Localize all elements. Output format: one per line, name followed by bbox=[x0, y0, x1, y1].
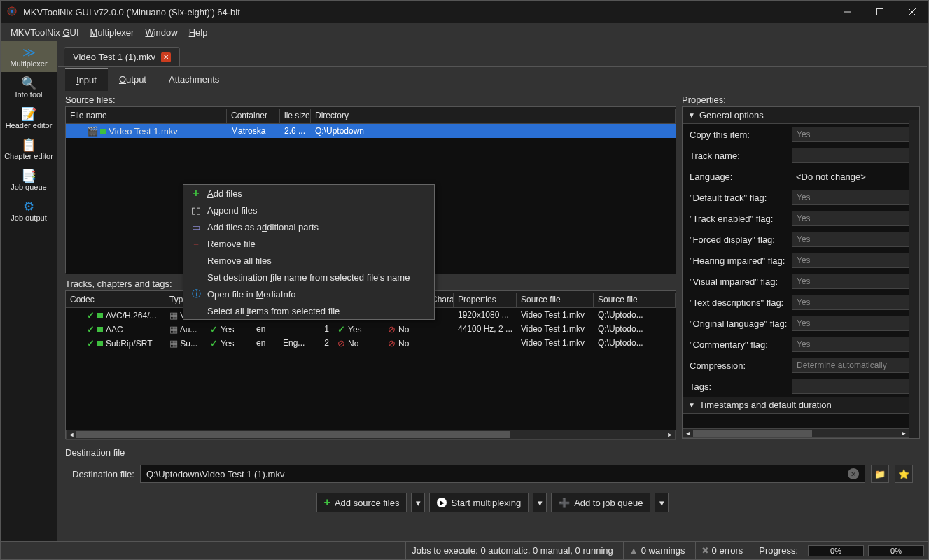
plus-icon: + bbox=[324, 496, 330, 509]
ctx-set-destination-name[interactable]: Set destination file name from selected … bbox=[183, 269, 434, 286]
scroll-left-icon[interactable]: ◄ bbox=[683, 429, 693, 438]
plus-icon: + bbox=[190, 187, 202, 200]
start-mux-dropdown[interactable]: ▾ bbox=[533, 493, 547, 512]
tab-label: Video Test 1 (1).mkv bbox=[73, 52, 155, 62]
property-label: "Hearing impaired" flag: bbox=[690, 255, 788, 266]
ctx-add-additional-parts[interactable]: ▭Add files as additional parts bbox=[183, 218, 434, 235]
col-filename[interactable]: File name bbox=[66, 108, 227, 122]
status-indicator bbox=[97, 327, 103, 332]
property-value-input[interactable] bbox=[792, 190, 912, 205]
property-value-input[interactable] bbox=[792, 127, 912, 142]
side-job-output[interactable]: ⚙ Job output bbox=[1, 195, 57, 226]
menu-help[interactable]: Help bbox=[185, 26, 212, 39]
ctx-select-all-items[interactable]: Select all items from selected file bbox=[183, 302, 434, 319]
tab-close-icon[interactable]: ✕ bbox=[161, 52, 171, 62]
info-icon: ⓘ bbox=[190, 288, 202, 300]
add-source-dropdown[interactable]: ▾ bbox=[411, 493, 425, 512]
maximize-button[interactable] bbox=[864, 1, 896, 23]
source-file-row[interactable]: 🎬 Video Test 1.mkv Matroska 2.6 ... Q:\U… bbox=[66, 124, 676, 138]
browse-destination-button[interactable]: 📁 bbox=[871, 465, 889, 483]
status-progress-label: Progress: bbox=[753, 542, 804, 559]
minimize-button[interactable] bbox=[832, 1, 864, 23]
recent-destination-button[interactable]: ⭐ bbox=[895, 465, 913, 483]
clear-path-button[interactable]: ✕ bbox=[848, 468, 859, 479]
property-row: "Visual impaired" flag: bbox=[683, 271, 919, 292]
scroll-right-icon[interactable]: ► bbox=[899, 429, 909, 438]
minus-icon: − bbox=[190, 239, 202, 249]
side-header-editor[interactable]: 📝 Header editor bbox=[1, 103, 57, 134]
col-directory[interactable]: Directory bbox=[311, 108, 676, 122]
col-srcfile[interactable]: Source file bbox=[517, 293, 594, 307]
ctx-append-files[interactable]: ▯▯Append files bbox=[183, 202, 434, 218]
side-multiplexer[interactable]: ≫ Multiplexer bbox=[1, 41, 57, 72]
error-icon: ✖ bbox=[701, 545, 709, 556]
property-label: "Forced display" flag: bbox=[690, 234, 788, 245]
tracks-hscroll[interactable]: ◄ ► bbox=[66, 430, 676, 440]
col-filesize[interactable]: ile size bbox=[280, 108, 311, 122]
subtab-input[interactable]: Input bbox=[65, 68, 108, 91]
menu-window[interactable]: Window bbox=[141, 26, 181, 39]
property-value-input[interactable] bbox=[792, 253, 912, 268]
scroll-left-icon[interactable]: ◄ bbox=[67, 430, 76, 439]
app-icon bbox=[6, 6, 18, 19]
subtab-attachments[interactable]: Attachments bbox=[158, 69, 230, 90]
document-tab[interactable]: Video Test 1 (1).mkv ✕ bbox=[64, 47, 180, 66]
start-multiplexing-button[interactable]: ▶ Start multiplexing bbox=[429, 493, 529, 512]
source-files-header: File name Container ile size Directory bbox=[66, 107, 676, 124]
property-value-input[interactable] bbox=[792, 295, 912, 310]
col-srcdir[interactable]: Source file bbox=[594, 293, 676, 307]
side-chapter-editor[interactable]: 📋 Chapter editor bbox=[1, 134, 57, 164]
property-value-input[interactable] bbox=[792, 148, 912, 163]
destination-path-input[interactable]: Q:\Uptodown\Video Test 1 (1).mkv ✕ bbox=[140, 465, 865, 483]
parts-icon: ▭ bbox=[190, 222, 202, 232]
col-codec[interactable]: Codec bbox=[66, 293, 165, 307]
property-row: "Forced display" flag: bbox=[683, 229, 919, 250]
property-value-input[interactable] bbox=[792, 232, 912, 247]
subtab-output[interactable]: Output bbox=[108, 69, 158, 90]
col-props[interactable]: Properties bbox=[454, 293, 517, 307]
add-queue-dropdown[interactable]: ▾ bbox=[655, 493, 669, 512]
general-options-header[interactable]: ▼ General options bbox=[683, 107, 919, 124]
menu-multiplexer[interactable]: Multiplexer bbox=[86, 26, 139, 39]
property-row: "Default track" flag: bbox=[683, 187, 919, 208]
properties-hscroll[interactable]: ◄ ► bbox=[683, 428, 909, 438]
subtabs: Input Output Attachments bbox=[58, 66, 927, 92]
chapter-icon: 📋 bbox=[21, 139, 36, 151]
document-tabbar: Video Test 1 (1).mkv ✕ bbox=[58, 43, 927, 66]
property-value-input[interactable] bbox=[792, 316, 912, 331]
ctx-open-mediainfo[interactable]: ⓘOpen file in MediaInfo bbox=[183, 286, 434, 302]
property-value-input[interactable] bbox=[792, 211, 912, 226]
property-row: "Original language" flag: bbox=[683, 313, 919, 334]
property-value-text[interactable]: <Do not change> bbox=[792, 170, 912, 183]
track-row[interactable]: ✓SubRip/SRT▦ Su...✓YesenEng...2⊘No⊘NoVid… bbox=[66, 336, 676, 350]
add-to-queue-button[interactable]: ➕ Add to job queue bbox=[551, 493, 650, 512]
svg-point-1 bbox=[11, 10, 13, 13]
property-value-input[interactable] bbox=[792, 379, 912, 394]
status-warnings[interactable]: ▲0 warnings bbox=[623, 542, 691, 559]
properties-vscroll[interactable] bbox=[909, 120, 919, 438]
ctx-remove-all-files[interactable]: Remove all files bbox=[183, 252, 434, 269]
track-row[interactable]: ✓AAC▦ Au...✓Yesen1✓Yes⊘No44100 Hz, 2 ...… bbox=[66, 322, 676, 336]
scroll-right-icon[interactable]: ► bbox=[665, 430, 675, 439]
ctx-add-files[interactable]: +Add files bbox=[183, 185, 434, 202]
status-jobs: Jobs to execute: 0 automatic, 0 manual, … bbox=[405, 542, 619, 559]
property-row: "Text descriptions" flag: bbox=[683, 292, 919, 313]
property-value-input[interactable] bbox=[792, 358, 912, 373]
menubar: MKVToolNix GUI Multiplexer Window Help bbox=[1, 23, 928, 41]
property-row: "Track enabled" flag: bbox=[683, 208, 919, 229]
timestamps-header[interactable]: ▼ Timestamps and default duration bbox=[683, 397, 919, 414]
type-icon: ▦ bbox=[169, 310, 178, 321]
menu-mkvtoolnix-gui[interactable]: MKVToolNix GUI bbox=[6, 26, 83, 39]
col-container[interactable]: Container bbox=[227, 108, 280, 122]
side-job-queue[interactable]: 📑 Job queue bbox=[1, 164, 57, 195]
status-errors[interactable]: ✖0 errors bbox=[695, 542, 749, 559]
add-source-files-button[interactable]: + Add source files bbox=[316, 493, 407, 512]
progress-current: 0% bbox=[808, 545, 864, 556]
action-bar: + Add source files ▾ ▶ Start multiplexin… bbox=[65, 489, 920, 517]
property-value-input[interactable] bbox=[792, 337, 912, 352]
property-row: Compression: bbox=[683, 355, 919, 376]
close-button[interactable] bbox=[896, 1, 928, 23]
side-info-tool[interactable]: 🔍 Info tool bbox=[1, 72, 57, 103]
property-value-input[interactable] bbox=[792, 274, 912, 289]
ctx-remove-file[interactable]: −Remove file bbox=[183, 235, 434, 252]
